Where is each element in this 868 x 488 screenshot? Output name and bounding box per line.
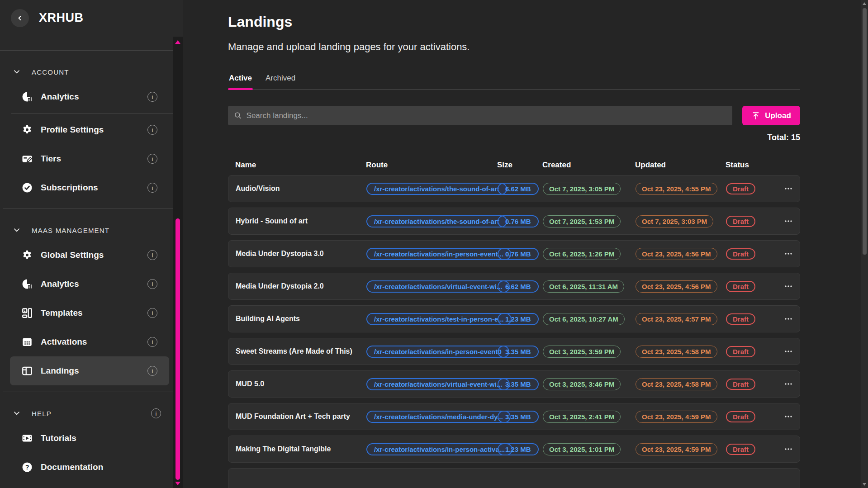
sidebar-item-label: Profile Settings (41, 125, 104, 135)
sidebar-item-landings[interactable]: Landings i (10, 356, 169, 385)
sidebar-scrollbar-thumb[interactable] (175, 218, 180, 480)
table-row[interactable]: Sweet Streams (Are Made of This) /xr-cre… (228, 338, 800, 365)
route-pill[interactable]: /xr-creator/activations/test-in-person-e… (366, 313, 512, 325)
sidebar-item-activations[interactable]: Activations i (10, 327, 169, 356)
route-pill[interactable]: /xr-creator/activations/the-sound-of-art (366, 215, 507, 227)
table-row-partial[interactable] (228, 468, 800, 488)
pie-chart-icon (22, 91, 33, 102)
sidebar-item-templates[interactable]: Templates i (10, 298, 169, 327)
info-icon[interactable]: i (147, 183, 157, 193)
status-badge: Draft (726, 444, 755, 455)
size-pill: 1.23 MB (498, 443, 539, 455)
sidebar-item-label: Activations (41, 337, 87, 347)
window-scrollbar[interactable] (861, 0, 868, 488)
scroll-up-arrow-icon[interactable] (175, 40, 180, 44)
sidebar-item-profile-settings[interactable]: Profile Settings i (10, 115, 169, 144)
table-row[interactable]: Building AI Agents /xr-creator/activatio… (228, 305, 800, 332)
row-menu-button[interactable] (783, 347, 793, 356)
total-count: Total: 15 (228, 133, 800, 142)
sidebar-item-subscriptions[interactable]: Subscriptions i (10, 173, 169, 202)
sidebar-item-tutorials[interactable]: Tutorials (10, 424, 169, 453)
row-menu-button[interactable] (783, 184, 793, 193)
ellipsis-icon (783, 314, 793, 323)
info-icon[interactable]: i (147, 250, 157, 260)
route-pill[interactable]: /xr-creator/activations/media-under-dy..… (366, 411, 511, 423)
row-menu-button[interactable] (783, 282, 793, 291)
size-pill: 3.35 MB (498, 378, 539, 390)
route-pill[interactable]: /xr-creator/activations/in-person-event0 (366, 346, 509, 358)
sidebar-item-tiers[interactable]: Tiers i (10, 144, 169, 173)
sidebar-item-label: Analytics (41, 279, 79, 289)
landing-name: MUD Foundation Art + Tech party (236, 412, 366, 421)
row-menu-button[interactable] (783, 412, 793, 421)
info-icon[interactable]: i (147, 154, 157, 164)
gear-icon (22, 250, 33, 261)
size-pill: 0.76 MB (498, 248, 539, 260)
table-row[interactable]: Media Under Dystopia 2.0 /xr-creator/act… (228, 273, 800, 300)
scroll-down-arrow-icon[interactable] (863, 483, 866, 486)
ellipsis-icon (783, 379, 793, 389)
status-badge: Draft (726, 216, 755, 227)
table-row[interactable]: MUD Foundation Art + Tech party /xr-crea… (228, 403, 800, 430)
route-pill[interactable]: /xr-creator/activations/in-person-activa… (366, 443, 512, 455)
table-row[interactable]: Making The Digital Tangible /xr-creator/… (228, 436, 800, 463)
info-icon[interactable]: i (147, 92, 157, 102)
row-menu-button[interactable] (783, 249, 793, 258)
created-pill: Oct 3, 2025, 3:59 PM (543, 346, 621, 358)
info-icon[interactable]: i (147, 308, 157, 318)
sidebar-item-analytics[interactable]: Analytics i (10, 82, 169, 111)
info-icon[interactable]: i (151, 408, 161, 418)
upload-button[interactable]: Upload (742, 106, 800, 125)
section-account[interactable]: ACCOUNT (0, 62, 173, 82)
column-updated: Updated (635, 161, 726, 170)
row-menu-button[interactable] (783, 217, 793, 226)
table-row[interactable]: MUD 5.0 /xr-creator/activations/virtual-… (228, 370, 800, 398)
sidebar-item-label: Global Settings (41, 250, 104, 260)
sidebar-scrollbar[interactable] (173, 37, 183, 488)
route-pill[interactable]: /xr-creator/activations/in-person-event.… (366, 248, 511, 260)
scroll-up-arrow-icon[interactable] (863, 2, 866, 5)
info-icon[interactable]: i (147, 279, 157, 289)
search-input[interactable] (247, 111, 726, 120)
updated-pill: Oct 23, 2025, 4:56 PM (636, 280, 717, 293)
window-scrollbar-thumb[interactable] (863, 8, 867, 255)
collapse-sidebar-button[interactable] (11, 9, 29, 27)
row-menu-button[interactable] (783, 445, 793, 454)
tab-active[interactable]: Active (228, 74, 253, 89)
size-pill: 3.35 MB (498, 346, 539, 358)
created-pill: Oct 3, 2025, 2:41 PM (543, 411, 621, 423)
route-pill[interactable]: /xr-creator/activations/virtual-event-wi… (366, 280, 510, 293)
ellipsis-icon (783, 347, 793, 356)
info-icon[interactable]: i (147, 125, 157, 135)
row-menu-button[interactable] (783, 314, 793, 323)
sidebar-item-documentation[interactable]: ? Documentation (10, 453, 169, 482)
ellipsis-icon (783, 184, 793, 193)
table-row[interactable]: Media Under Dystopia 3.0 /xr-creator/act… (228, 240, 800, 267)
column-route: Route (366, 161, 497, 170)
search-bar[interactable] (228, 106, 732, 125)
sidebar-item-global-settings[interactable]: Global Settings i (10, 241, 169, 270)
column-name: Name (235, 161, 366, 170)
section-help[interactable]: HELP i (0, 403, 173, 424)
info-icon[interactable]: i (147, 366, 157, 376)
page-subtitle: Manage and upload landing pages for your… (228, 41, 800, 53)
landing-name: MUD 5.0 (236, 380, 366, 388)
updated-pill: Oct 23, 2025, 4:58 PM (636, 346, 717, 358)
row-menu-button[interactable] (783, 379, 793, 389)
updated-pill: Oct 23, 2025, 4:58 PM (636, 378, 717, 390)
grid-dots-icon (22, 336, 33, 347)
table-row[interactable]: Audio/Vision /xr-creator/activations/the… (228, 175, 800, 202)
landing-name: Media Under Dystopia 3.0 (236, 250, 366, 258)
scroll-down-arrow-icon[interactable] (175, 482, 180, 485)
column-created: Created (542, 161, 635, 170)
sidebar-item-label: Subscriptions (41, 183, 98, 193)
table-row[interactable]: Hybrid - Sound of art /xr-creator/activa… (228, 208, 800, 235)
section-maas-management[interactable]: MAAS MANAGEMENT (0, 220, 173, 241)
tab-archived[interactable]: Archived (265, 74, 296, 89)
info-icon[interactable]: i (147, 337, 157, 347)
status-badge: Draft (726, 411, 755, 422)
sidebar-item-label: Templates (41, 308, 83, 318)
sidebar-item-analytics-maas[interactable]: Analytics i (10, 270, 169, 298)
route-pill[interactable]: /xr-creator/activations/virtual-event-wi… (366, 378, 510, 390)
route-pill[interactable]: /xr-creator/activations/the-sound-of-art (366, 183, 507, 195)
